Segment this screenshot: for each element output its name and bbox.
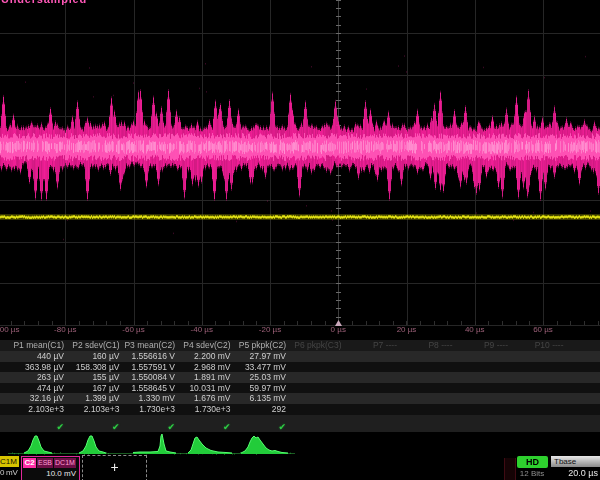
measure-cell-mean: [510, 362, 566, 373]
measure-cell-num: 1.730e+3: [122, 404, 178, 415]
timebase-label: Tbase: [551, 456, 600, 467]
measure-cell-min: [399, 372, 455, 383]
measure-cell-sdev: [455, 393, 511, 404]
scope-grid-and-traces: [0, 0, 600, 345]
measure-cell-min: 1.550084 V: [122, 372, 178, 383]
measure-status-check: [510, 415, 566, 432]
hd-mode-badge: HD: [517, 456, 548, 468]
measure-header[interactable]: P5 pkpk(C2): [233, 340, 289, 351]
measure-cell-min: [288, 372, 344, 383]
measure-column: P3 mean(C2)1.556616 V1.557591 V1.550084 …: [122, 340, 178, 432]
measure-status-check: [344, 415, 400, 432]
measure-cell-value: [510, 351, 566, 362]
time-label: 40 µs: [447, 325, 503, 334]
measure-cell-num: 1.730e+3: [177, 404, 233, 415]
c2-coupling-tag: DC1M: [54, 458, 76, 468]
measure-cell-value: [455, 351, 511, 362]
measure-status-check: ✔: [177, 415, 233, 432]
measure-cell-min: 155 µV: [66, 372, 122, 383]
measure-header[interactable]: P2 sdev(C1): [66, 340, 122, 351]
plus-icon: +: [110, 459, 118, 475]
measure-cell-sdev: 1.676 mV: [177, 393, 233, 404]
time-label: 60 µs: [515, 325, 571, 334]
measure-column: P2 sdev(C1)160 µV158.308 µV155 µV167 µV1…: [66, 340, 122, 432]
measure-cell-mean: [288, 362, 344, 373]
measure-cell-max: [455, 383, 511, 394]
measure-column: P5 pkpk(C2)27.97 mV33.477 mV25.03 mV59.9…: [233, 340, 289, 432]
measure-cell-value: [344, 351, 400, 362]
measure-column: P6 pkpk(C3): [288, 340, 344, 432]
undersampled-warning: Undersampled: [1, 0, 87, 5]
measure-column: P8 ----: [399, 340, 455, 432]
measure-cell-sdev: [288, 393, 344, 404]
measure-cell-value: 1.556616 V: [122, 351, 178, 362]
measure-cell-max: [399, 383, 455, 394]
measure-cell-min: [344, 372, 400, 383]
measure-status-check: [455, 415, 511, 432]
measure-cell-value: [399, 351, 455, 362]
measure-column: P1 mean(C1)440 µV363.98 µV263 µV474 µV32…: [11, 340, 67, 432]
measure-cell-value: 2.200 mV: [177, 351, 233, 362]
measure-cell-value: 160 µV: [66, 351, 122, 362]
measure-cell-min: [510, 372, 566, 383]
measure-cell-max: [510, 383, 566, 394]
measure-header[interactable]: P9 ----: [455, 340, 511, 351]
measure-cell-sdev: 1.399 µV: [66, 393, 122, 404]
measure-cell-num: 2.103e+3: [66, 404, 122, 415]
measure-cell-num: 292: [233, 404, 289, 415]
time-label: -60 µs: [106, 325, 162, 334]
measure-cell-mean: 158.308 µV: [66, 362, 122, 373]
measure-cell-min: 1.891 mV: [177, 372, 233, 383]
measure-header[interactable]: P3 mean(C2): [122, 340, 178, 351]
measure-column: P9 ----: [455, 340, 511, 432]
measure-status-check: [399, 415, 455, 432]
measure-cell-value: 440 µV: [11, 351, 67, 362]
measure-cell-mean: 363.98 µV: [11, 362, 67, 373]
measure-cell-min: 263 µV: [11, 372, 67, 383]
measure-cell-value: 27.97 mV: [233, 351, 289, 362]
measure-cell-max: [344, 383, 400, 394]
measure-status-check: ✔: [11, 415, 67, 432]
measure-cell-max: 167 µV: [66, 383, 122, 394]
measure-cell-mean: [344, 362, 400, 373]
measure-header[interactable]: P1 mean(C1): [11, 340, 67, 351]
measure-column: P4 sdev(C2)2.200 mV2.968 mV1.891 mV10.03…: [177, 340, 233, 432]
measure-cell-mean: [455, 362, 511, 373]
c2-channel-label: C2: [23, 458, 36, 468]
c2-esb-tag: ESB: [37, 458, 53, 468]
measure-cell-mean: 33.477 mV: [233, 362, 289, 373]
measure-status-check: [288, 415, 344, 432]
measure-cell-max: 1.558645 V: [122, 383, 178, 394]
add-trace-box[interactable]: +: [82, 455, 147, 480]
measure-cell-num: [455, 404, 511, 415]
time-label: 0 µs: [310, 325, 366, 334]
measure-cell-min: [455, 372, 511, 383]
measure-status-check: ✔: [122, 415, 178, 432]
c1-scale-value: 0 mV: [0, 468, 17, 478]
measure-cell-mean: [399, 362, 455, 373]
measure-header[interactable]: P7 ----: [344, 340, 400, 351]
time-label: -20 µs: [242, 325, 298, 334]
measure-cell-max: 474 µV: [11, 383, 67, 394]
measure-cell-max: [288, 383, 344, 394]
measure-cell-mean: 1.557591 V: [122, 362, 178, 373]
time-label: 20 µs: [379, 325, 435, 334]
c1-descriptor-box[interactable]: C1M 0 mV: [0, 456, 20, 480]
c2-descriptor-box[interactable]: C2 ESB DC1M 10.0 mV: [21, 456, 80, 480]
bit-depth-label: 12 Bits: [512, 469, 552, 478]
measure-status-check: ✔: [233, 415, 289, 432]
c1-coupling-label: C1M: [0, 456, 19, 467]
measure-cell-max: 10.031 mV: [177, 383, 233, 394]
measure-cell-value: [288, 351, 344, 362]
measure-header[interactable]: P6 pkpk(C3): [288, 340, 344, 351]
measure-cell-num: [344, 404, 400, 415]
time-label: -40 µs: [174, 325, 230, 334]
measure-header[interactable]: P4 sdev(C2): [177, 340, 233, 351]
measure-cell-sdev: 32.16 µV: [11, 393, 67, 404]
measure-cell-min: 25.03 mV: [233, 372, 289, 383]
timebase-descriptor-box[interactable]: Tbase 20.0 µs: [551, 456, 600, 480]
measure-cell-num: 2.103e+3: [11, 404, 67, 415]
measure-cell-num: [510, 404, 566, 415]
measure-header[interactable]: P10 ----: [510, 340, 566, 351]
measure-header[interactable]: P8 ----: [399, 340, 455, 351]
